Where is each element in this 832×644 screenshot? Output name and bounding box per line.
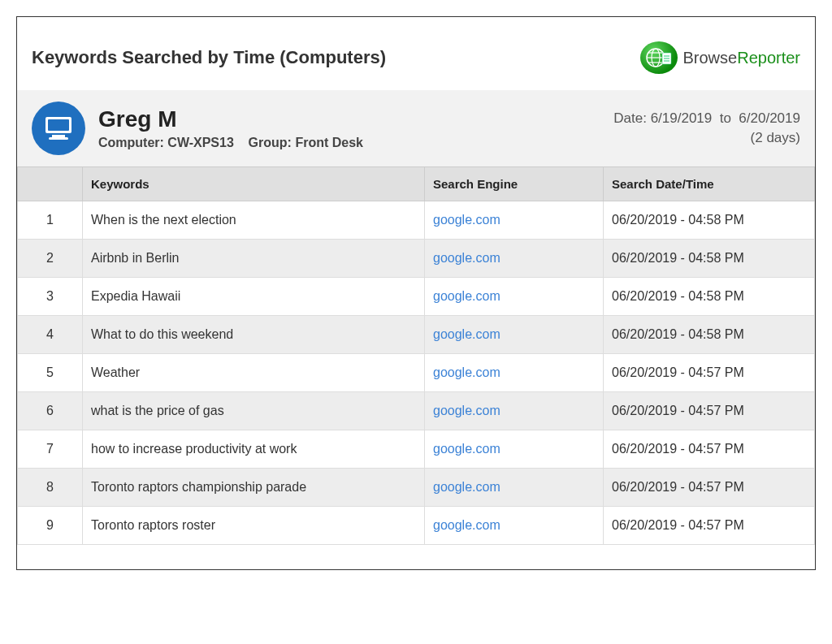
row-datetime: 06/20/2019 - 04:57 PM bbox=[604, 430, 815, 469]
date-prefix: Date: bbox=[613, 110, 647, 126]
col-header-datetime: Search Date/Time bbox=[604, 167, 815, 201]
search-engine-link[interactable]: google.com bbox=[433, 480, 500, 494]
row-number: 1 bbox=[18, 201, 83, 240]
row-datetime: 06/20/2019 - 04:58 PM bbox=[604, 316, 815, 354]
col-header-keywords: Keywords bbox=[83, 167, 425, 201]
date-duration: (2 days) bbox=[613, 130, 800, 146]
row-search-engine: google.com bbox=[425, 430, 604, 469]
row-number: 7 bbox=[18, 430, 83, 469]
row-number: 8 bbox=[18, 469, 83, 507]
search-engine-link[interactable]: google.com bbox=[433, 213, 500, 227]
brand-text-1: Browse bbox=[682, 49, 737, 67]
search-engine-link[interactable]: google.com bbox=[433, 289, 500, 303]
brand-logo: BrowseReporter bbox=[640, 41, 800, 74]
row-keyword: Weather bbox=[83, 354, 425, 392]
svg-rect-11 bbox=[52, 135, 65, 137]
search-engine-link[interactable]: google.com bbox=[433, 365, 500, 379]
table-row: 3Expedia Hawaiigoogle.com06/20/2019 - 04… bbox=[18, 278, 815, 316]
row-keyword: What to do this weekend bbox=[83, 316, 425, 354]
search-engine-link[interactable]: google.com bbox=[433, 518, 500, 532]
date-sep: to bbox=[720, 110, 731, 126]
search-engine-link[interactable]: google.com bbox=[433, 442, 500, 456]
user-meta: Computer: CW-XPS13 Group: Front Desk bbox=[98, 136, 613, 150]
row-search-engine: google.com bbox=[425, 201, 604, 240]
row-number: 5 bbox=[18, 354, 83, 392]
row-search-engine: google.com bbox=[425, 507, 604, 545]
svg-rect-12 bbox=[49, 137, 68, 140]
group-label: Group: bbox=[249, 136, 292, 149]
user-summary-bar: Greg M Computer: CW-XPS13 Group: Front D… bbox=[17, 90, 815, 166]
table-row: 4What to do this weekendgoogle.com06/20/… bbox=[18, 316, 815, 354]
row-number: 9 bbox=[18, 507, 83, 545]
globe-icon bbox=[640, 41, 678, 74]
row-search-engine: google.com bbox=[425, 240, 604, 278]
brand-text-2: Reporter bbox=[737, 49, 800, 67]
row-number: 3 bbox=[18, 278, 83, 316]
group-value: Front Desk bbox=[295, 136, 363, 149]
table-row: 9Toronto raptors rostergoogle.com06/20/2… bbox=[18, 507, 815, 545]
row-keyword: what is the price of gas bbox=[83, 392, 425, 430]
date-to: 6/20/2019 bbox=[739, 110, 800, 126]
computer-value: CW-XPS13 bbox=[167, 136, 233, 149]
row-datetime: 06/20/2019 - 04:57 PM bbox=[604, 392, 815, 430]
search-engine-link[interactable]: google.com bbox=[433, 404, 500, 417]
row-keyword: Toronto raptors championship parade bbox=[83, 469, 425, 507]
report-title: Keywords Searched by Time (Computers) bbox=[32, 47, 386, 68]
table-row: 1When is the next electiongoogle.com06/2… bbox=[18, 201, 815, 240]
row-datetime: 06/20/2019 - 04:57 PM bbox=[604, 507, 815, 545]
table-header-row: Keywords Search Engine Search Date/Time bbox=[18, 167, 815, 201]
brand-text: BrowseReporter bbox=[682, 49, 800, 67]
row-search-engine: google.com bbox=[425, 392, 604, 430]
svg-rect-10 bbox=[48, 119, 69, 131]
row-datetime: 06/20/2019 - 04:58 PM bbox=[604, 240, 815, 278]
row-search-engine: google.com bbox=[425, 316, 604, 354]
row-keyword: When is the next election bbox=[83, 201, 425, 240]
report-panel: Keywords Searched by Time (Computers) Br… bbox=[16, 16, 816, 570]
date-range: Date: 6/19/2019 to 6/20/2019 (2 days) bbox=[613, 110, 800, 146]
row-keyword: Expedia Hawaii bbox=[83, 278, 425, 316]
row-number: 2 bbox=[18, 240, 83, 278]
search-engine-link[interactable]: google.com bbox=[433, 251, 500, 265]
search-engine-link[interactable]: google.com bbox=[433, 327, 500, 341]
table-row: 5Weathergoogle.com06/20/2019 - 04:57 PM bbox=[18, 354, 815, 392]
keywords-table: Keywords Search Engine Search Date/Time … bbox=[17, 166, 815, 545]
computer-icon bbox=[32, 102, 85, 155]
table-row: 2Airbnb in Berlingoogle.com06/20/2019 - … bbox=[18, 240, 815, 278]
row-search-engine: google.com bbox=[425, 278, 604, 316]
table-row: 8Toronto raptors championship paradegoog… bbox=[18, 469, 815, 507]
row-keyword: Toronto raptors roster bbox=[83, 507, 425, 545]
table-row: 6what is the price of gasgoogle.com06/20… bbox=[18, 392, 815, 430]
report-header: Keywords Searched by Time (Computers) Br… bbox=[17, 33, 815, 90]
user-name: Greg M bbox=[98, 106, 613, 132]
row-datetime: 06/20/2019 - 04:58 PM bbox=[604, 278, 815, 316]
row-datetime: 06/20/2019 - 04:58 PM bbox=[604, 201, 815, 240]
row-search-engine: google.com bbox=[425, 354, 604, 392]
row-datetime: 06/20/2019 - 04:57 PM bbox=[604, 354, 815, 392]
table-row: 7how to increase productivity at workgoo… bbox=[18, 430, 815, 469]
col-header-search-engine: Search Engine bbox=[425, 167, 604, 201]
computer-label: Computer: bbox=[98, 136, 164, 149]
row-keyword: Airbnb in Berlin bbox=[83, 240, 425, 278]
row-keyword: how to increase productivity at work bbox=[83, 430, 425, 469]
col-header-number bbox=[18, 167, 83, 201]
row-number: 4 bbox=[18, 316, 83, 354]
row-datetime: 06/20/2019 - 04:57 PM bbox=[604, 469, 815, 507]
date-from: 6/19/2019 bbox=[651, 110, 713, 126]
row-search-engine: google.com bbox=[425, 469, 604, 507]
row-number: 6 bbox=[18, 392, 83, 430]
user-info: Greg M Computer: CW-XPS13 Group: Front D… bbox=[98, 106, 613, 150]
